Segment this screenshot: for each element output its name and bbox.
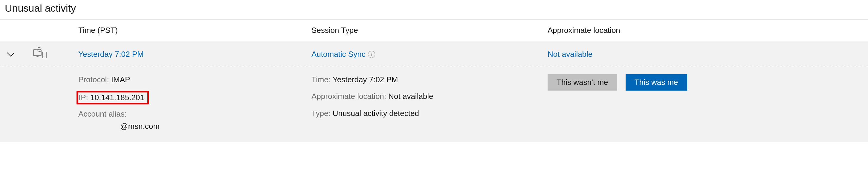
- alias-label: Account alias:: [78, 109, 127, 118]
- activity-table: Time (PST) Session Type Approximate loca…: [0, 20, 868, 142]
- ip-highlight-box: IP: 10.141.185.201: [76, 91, 149, 104]
- activity-row[interactable]: Yesterday 7:02 PM Automatic Sync i Not a…: [0, 41, 868, 67]
- row-location-link[interactable]: Not available: [548, 50, 592, 59]
- row-time-link[interactable]: Yesterday 7:02 PM: [78, 50, 144, 59]
- chevron-down-icon[interactable]: [7, 50, 15, 59]
- col-time-header: Time (PST): [78, 26, 118, 35]
- detail-type-line: Type: Unusual activity detected: [311, 108, 548, 119]
- alias-value: @msn.com: [78, 121, 311, 132]
- info-icon[interactable]: i: [368, 51, 375, 58]
- detail-time-label: Time:: [311, 75, 333, 84]
- col-location-header: Approximate location: [548, 26, 620, 35]
- detail-time-line: Time: Yesterday 7:02 PM: [311, 74, 548, 85]
- table-header-row: Time (PST) Session Type Approximate loca…: [0, 20, 868, 41]
- not-me-button[interactable]: This wasn't me: [548, 74, 617, 91]
- col-session-header: Session Type: [311, 26, 358, 35]
- protocol-label: Protocol:: [78, 75, 111, 84]
- activity-detail-panel: Protocol: IMAP IP: 10.141.185.201 Accoun…: [0, 67, 868, 142]
- detail-time-value: Yesterday 7:02 PM: [333, 75, 398, 84]
- protocol-line: Protocol: IMAP: [78, 74, 311, 85]
- detail-approx-value: Not available: [388, 92, 433, 101]
- sync-devices-icon: [33, 47, 47, 61]
- detail-approx-label: Approximate location:: [311, 92, 388, 101]
- detail-type-label: Type:: [311, 109, 333, 118]
- was-me-button[interactable]: This was me: [626, 74, 687, 91]
- detail-approx-line: Approximate location: Not available: [311, 91, 548, 102]
- ip-label: IP:: [79, 93, 90, 102]
- detail-type-value: Unusual activity detected: [333, 109, 419, 118]
- ip-value: 10.141.185.201: [90, 93, 144, 102]
- protocol-value: IMAP: [111, 75, 130, 84]
- svg-rect-0: [33, 50, 41, 56]
- row-session-link[interactable]: Automatic Sync: [311, 50, 366, 59]
- page-title: Unusual activity: [0, 0, 868, 20]
